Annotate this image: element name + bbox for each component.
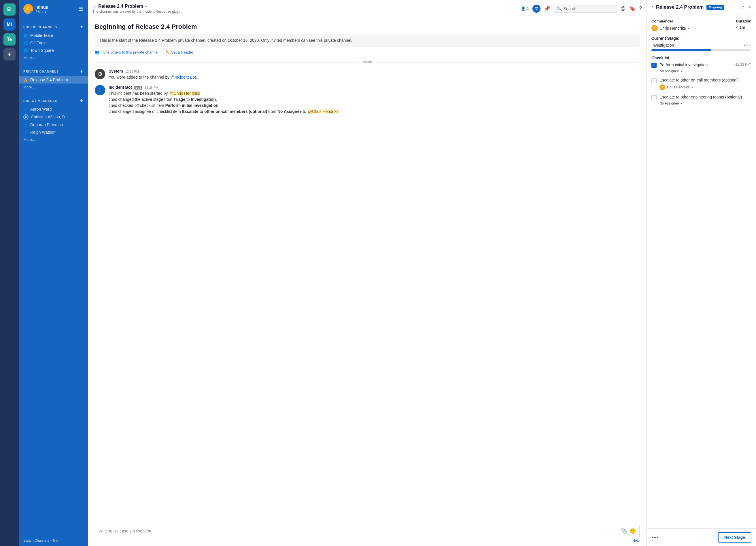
message-incident-bot: ! Incident Bot BOT 12:28 PM This inciden…: [95, 85, 640, 115]
workspace-icon-el[interactable]: El: [3, 3, 16, 16]
checklist-item-1: ✓ Perform initial investigation (12:28 P…: [651, 63, 751, 73]
commander-value[interactable]: C Chris Hendriks ▾: [651, 25, 689, 31]
today-divider: Today: [95, 60, 640, 64]
status-badge: Ongoing: [706, 5, 724, 10]
add-private-channel-button[interactable]: +: [80, 68, 83, 74]
sidebar-item-town-square[interactable]: 🌐 Town Square: [19, 47, 88, 54]
person-icon: 👤: [23, 107, 28, 112]
dm-count-badge: 2: [23, 114, 29, 120]
sidebar-item-aaron-ward[interactable]: 👤 Aaron Ward: [19, 105, 88, 113]
assignee-2: Chris Hendriks: [667, 85, 690, 89]
workspace-icon-te[interactable]: Te: [3, 33, 16, 46]
incident-panel: ‹ Release 2.4 Problem Ongoing ⤢ ✕ Comman…: [647, 0, 756, 546]
channel-actions: 👥 Invite others to this private channel …: [95, 50, 640, 54]
close-icon[interactable]: ✕: [748, 4, 751, 10]
msg-header-system: System 12:28 PM: [109, 69, 640, 73]
commander-avatar: C: [651, 25, 658, 31]
commander-label: Commander: [651, 19, 689, 23]
checkbox-3[interactable]: [651, 95, 657, 100]
checkbox-1[interactable]: ✓: [651, 63, 657, 68]
dm-more[interactable]: More...: [19, 136, 88, 143]
header-icons: 👤 1 🛡 📌 🔍 @ 🔖 ?: [521, 5, 642, 13]
set-header-link[interactable]: ✏️ Set a Header: [165, 50, 193, 54]
msg-author-system: System: [109, 69, 123, 73]
message-input[interactable]: [99, 529, 619, 533]
star-icon[interactable]: ☆: [92, 4, 97, 9]
direct-messages-section: DIRECT MESSAGES + 👤 Aaron Ward 2 Christi…: [19, 92, 88, 144]
emoji-icon[interactable]: 🙂: [630, 528, 636, 534]
sidebar-item-christina-wilson[interactable]: 2 Christina Wilson, D...: [19, 113, 88, 121]
panel-title-row: ‹ Release 2.4 Problem Ongoing: [651, 4, 724, 10]
sidebar-header: C minus @chris ☰: [19, 0, 88, 18]
progress-bar: [651, 49, 751, 51]
sidebar: C minus @chris ☰ PUBLIC CHANNELS + 🌐 Mob…: [19, 0, 88, 546]
checklist-sub-3[interactable]: No Assignee ▾: [651, 101, 751, 105]
pin-icon[interactable]: 📌: [544, 5, 550, 12]
hamburger-menu-icon[interactable]: ☰: [79, 6, 83, 12]
commander-block: Commander C Chris Hendriks ▾: [651, 19, 689, 31]
incident-bot-avatar: !: [95, 85, 105, 95]
member-count-group[interactable]: 👤 1: [521, 6, 529, 11]
checkbox-2[interactable]: [651, 78, 657, 83]
sidebar-item-release-problem[interactable]: 🔒 Release 2.4 Problem: [19, 76, 88, 84]
duration-label: Duration: [736, 19, 751, 23]
search-box[interactable]: 🔍: [554, 5, 617, 13]
checklist-item-text-3: Escalate to other engineering teams (opt…: [659, 95, 751, 99]
channel-name-row: ☆ Release 2.4 Problem ▾: [92, 4, 517, 9]
msg-content-bot: Incident Bot BOT 12:28 PM This incident …: [109, 85, 640, 115]
bot-badge: BOT: [134, 86, 143, 90]
stage-name: Investigation: [651, 43, 674, 48]
help-link[interactable]: Help: [95, 537, 640, 544]
msg-header-bot: Incident Bot BOT 12:28 PM: [109, 85, 640, 90]
public-channels-more[interactable]: More...: [19, 54, 88, 61]
shield-icon[interactable]: 🛡: [532, 5, 540, 13]
channel-dropdown-icon[interactable]: ▾: [145, 4, 147, 9]
search-input[interactable]: [564, 6, 614, 11]
private-channels-section: PRIVATE CHANNELS + 🔒 Release 2.4 Problem…: [19, 63, 88, 92]
pencil-icon: ✏️: [165, 50, 170, 54]
checklist-item-row-3: Escalate to other engineering teams (opt…: [651, 95, 751, 100]
system-avatar: ⊙: [95, 69, 105, 79]
mention-chris-2[interactable]: @Chris Hendriks: [307, 109, 339, 114]
invite-link[interactable]: 👥 Invite others to this private channel: [95, 50, 158, 54]
channel-info-box: This is the start of the Release 2.4 Pro…: [95, 34, 640, 47]
sidebar-item-ralph-watson[interactable]: 👤 Ralph Watson: [19, 129, 88, 136]
checklist-item-text-2: Escalate to other on-call members (optio…: [659, 78, 751, 82]
commander-dropdown-icon: ▾: [688, 27, 689, 30]
checklist-label: Checklist: [651, 56, 751, 60]
at-icon[interactable]: @: [621, 5, 626, 12]
sidebar-item-mobile-team[interactable]: 🌐 Mobile Team: [19, 32, 88, 39]
help-icon[interactable]: ?: [639, 5, 642, 12]
checklist-sub-1[interactable]: No Assignee ▾: [651, 69, 751, 73]
private-channels-more[interactable]: More...: [19, 84, 88, 91]
mention-chris[interactable]: @Chris Hendriks: [169, 91, 201, 96]
expand-icon[interactable]: ⤢: [740, 4, 744, 10]
checklist-item-row-2: Escalate to other on-call members (optio…: [651, 78, 751, 83]
sidebar-user-info[interactable]: C minus @chris: [23, 4, 48, 14]
workspace-icon-add[interactable]: +: [3, 48, 16, 61]
checklist-sub-2[interactable]: C Chris Hendriks ▾: [651, 84, 751, 90]
bookmark-icon[interactable]: 🔖: [629, 5, 636, 12]
panel-meta-row: Commander C Chris Hendriks ▾ Duration < …: [651, 19, 751, 31]
incident-bot-link[interactable]: @Incident Bot: [171, 75, 196, 80]
assignee-3: No Assignee: [659, 101, 679, 105]
panel-back-icon[interactable]: ‹: [651, 4, 653, 10]
workspace-icon-mi[interactable]: Mi: [3, 18, 16, 31]
add-public-channel-button[interactable]: +: [80, 24, 83, 30]
attachment-icon[interactable]: 📎: [621, 528, 627, 534]
current-stage-label: Current Stage:: [651, 36, 751, 41]
sidebar-item-deborah-freeman[interactable]: 👤 Deborah Freeman: [19, 121, 88, 129]
more-options-icon[interactable]: •••: [651, 534, 659, 541]
progress-bar-fill: [651, 49, 711, 51]
search-icon: 🔍: [557, 6, 562, 11]
checklist-section: ✓ Perform initial investigation (12:28 P…: [651, 63, 751, 105]
assignee-avatar-2: C: [659, 84, 665, 90]
checklist-item-time-1: (12:28 PM): [734, 63, 751, 67]
member-icon: 👤: [521, 6, 526, 11]
message-input-box: 📎 🙂: [95, 525, 640, 537]
add-dm-button[interactable]: +: [80, 98, 83, 104]
sidebar-item-off-topic[interactable]: 🌐 Off-Topic: [19, 39, 88, 47]
sidebar-footer[interactable]: Switch Channels - ⌘K: [19, 535, 88, 546]
next-stage-button[interactable]: Next Stage: [718, 532, 751, 543]
user-display-name: minus: [35, 5, 48, 10]
